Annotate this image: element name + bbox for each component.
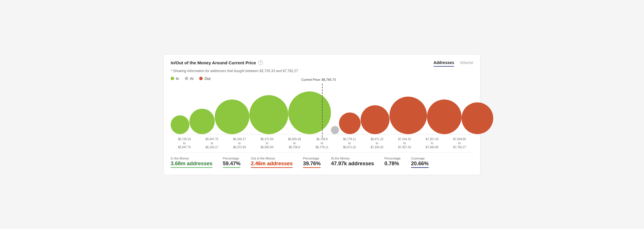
legend-label-at: At	[190, 76, 193, 81]
stat-value-5: 0.78%	[384, 161, 400, 167]
bubble-col-3	[249, 84, 288, 134]
stat-underline-6	[411, 167, 429, 168]
range-label-6: $6,778.11to$6,971.22	[336, 136, 363, 149]
bubble-col-8	[389, 84, 427, 134]
bubble-col-9	[427, 84, 462, 134]
bubble-col-1	[189, 84, 215, 134]
range-label-5: $6,758.8to$6,778.11	[308, 136, 336, 149]
bubble-col-2	[215, 84, 249, 134]
stat-block-4: At the Money47.97k addresses	[331, 157, 374, 167]
range-label-10: $7,569.85to$7,782.27	[446, 136, 473, 149]
stat-block-1: Percentage59.47%	[223, 157, 240, 168]
stats-row: In the Money3.68m addressesPercentage59.…	[171, 152, 473, 168]
range-label-8: $7,164.32to$7,357.43	[391, 136, 418, 149]
bubble-8	[389, 97, 427, 134]
range-label-0: $5,735.33to$5,947.75	[171, 136, 198, 149]
legend-out: Out	[199, 76, 210, 81]
tab-group: Addresses Volume	[434, 60, 473, 67]
range-label-3: $6,372.59to$6,565.69	[253, 136, 280, 149]
stat-value-3: 39.76%	[303, 161, 321, 167]
stat-label-3: Percentage	[303, 157, 321, 160]
current-price-label: Current Price: $6,766.73	[301, 78, 336, 81]
tab-addresses[interactable]: Addresses	[434, 60, 454, 67]
main-card: In/Out of the Money Around Current Price…	[163, 54, 481, 175]
range-label-2: $6,160.17to$6,372.59	[226, 136, 253, 149]
bubble-col-10	[462, 84, 493, 134]
stat-block-5: Percentage0.78%	[384, 157, 400, 167]
stat-block-3: Percentage39.76%	[303, 157, 321, 168]
bubble-2	[215, 100, 249, 134]
stat-value-4: 47.97k addresses	[331, 161, 374, 167]
current-price-container: Current Price: $6,766.73	[322, 84, 323, 137]
bubble-9	[427, 100, 462, 134]
header-row: In/Out of the Money Around Current Price…	[171, 60, 473, 67]
chart-area: Current Price: $6,766.73 $5,735.33to$5,9…	[171, 84, 473, 147]
title-row: In/Out of the Money Around Current Price…	[171, 60, 263, 65]
stat-label-2: Out of the Money	[251, 157, 293, 160]
stat-label-5: Percentage	[384, 157, 400, 160]
stat-label-6: Coverage	[411, 157, 429, 160]
help-icon[interactable]: ?	[258, 60, 263, 65]
stat-block-0: In the Money3.68m addresses	[171, 157, 212, 168]
bubble-3	[249, 95, 288, 134]
bubble-0	[171, 115, 189, 134]
bubble-col-5	[331, 84, 339, 134]
stat-value-2: 2.46m addresses	[251, 161, 293, 167]
stat-underline-3	[303, 167, 321, 168]
legend-in: In	[171, 76, 179, 81]
legend-dot-at	[185, 77, 188, 80]
stat-value-0: 3.68m addresses	[171, 161, 212, 167]
legend-dot-out	[199, 77, 203, 80]
bubble-6	[339, 112, 361, 134]
bubble-10	[462, 102, 493, 134]
legend-label-out: Out	[204, 76, 210, 81]
stat-value-6: 20.66%	[411, 161, 429, 167]
tab-volume[interactable]: Volume	[460, 60, 473, 67]
bubble-1	[189, 109, 215, 134]
range-label-9: $7,357.43to$7,569.85	[418, 136, 446, 149]
range-label-7: $6,971.22to$7,164.32	[363, 136, 391, 149]
subtitle: * Showing information for addresses that…	[171, 69, 473, 73]
bubble-7	[361, 105, 389, 134]
legend-at: At	[185, 76, 193, 81]
legend-dot-in	[171, 77, 174, 80]
stat-value-1: 59.47%	[223, 161, 240, 167]
stat-block-6: Coverage20.66%	[411, 157, 429, 168]
stat-label-0: In the Money	[171, 157, 212, 160]
legend-label-in: In	[176, 76, 179, 81]
current-price-line	[322, 84, 323, 137]
stat-underline-2	[251, 167, 293, 168]
bubble-4	[288, 91, 331, 134]
range-labels: $5,735.33to$5,947.75$5,947.75to$6,160.17…	[171, 136, 473, 149]
bubble-col-6	[339, 84, 361, 134]
stat-underline-1	[223, 167, 240, 168]
stat-label-1: Percentage	[223, 157, 240, 160]
stat-label-4: At the Money	[331, 157, 374, 160]
stat-block-2: Out of the Money2.46m addresses	[251, 157, 293, 168]
range-label-4: $6,565.69to$6,758.8	[281, 136, 308, 149]
range-label-1: $5,947.75to$6,160.17	[198, 136, 225, 149]
bubble-col-0	[171, 84, 189, 134]
page-title: In/Out of the Money Around Current Price	[171, 60, 256, 65]
bubble-5	[331, 126, 339, 134]
bubble-col-4	[288, 84, 331, 134]
bubble-col-7	[361, 84, 389, 134]
stat-underline-0	[171, 167, 212, 168]
